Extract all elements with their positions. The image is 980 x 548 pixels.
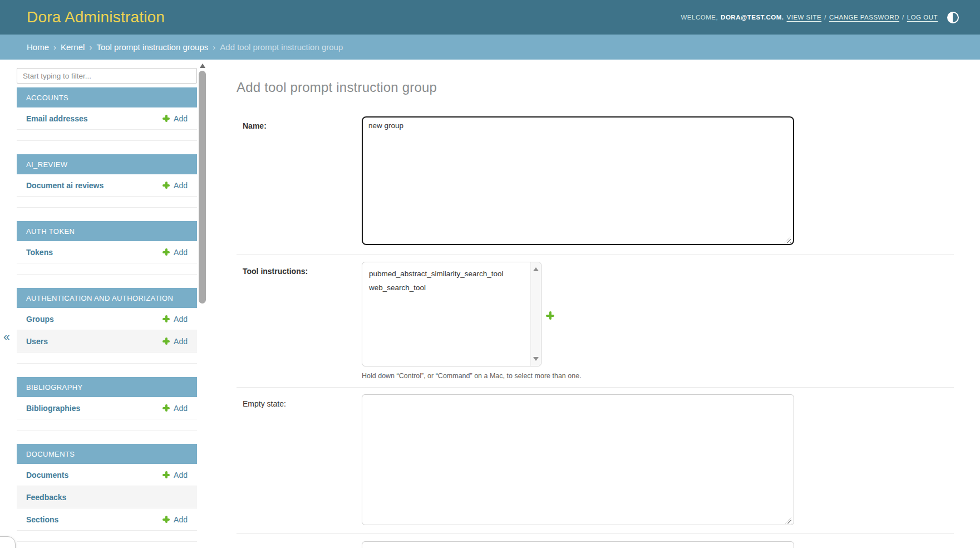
add-label: Add [174,248,188,257]
plus-icon [162,516,170,523]
select-option-pubmed-abstract-similarity-search-tool[interactable]: pubmed_abstract_similarity_search_tool [362,267,541,281]
sidebar-model-link[interactable]: Email addresses [26,114,88,123]
form-row-empty-state: Empty state: [237,388,954,534]
sidebar-item-sections: SectionsAdd [17,508,197,531]
plus-icon [162,315,170,322]
sidebar-module-footer [17,263,197,275]
scrollbar-thumb[interactable] [199,71,206,304]
add-label: Add [174,315,188,324]
add-label: Add [174,471,188,480]
plus-icon [162,115,170,122]
sidebar-model-link[interactable]: Users [26,337,48,346]
sidebar-item-tokens: TokensAdd [17,241,197,263]
sidebar-module-authentication-and-authorization: AUTHENTICATION AND AUTHORIZATIONGroupsAd… [17,288,197,364]
add-link[interactable]: Add [162,337,188,346]
sidebar-module-footer [17,130,197,141]
sidebar-scrollbar[interactable] [199,62,206,548]
add-label: Add [174,181,188,190]
separator: / [902,14,904,21]
empty-state-label-col: Empty state: [237,394,362,525]
tool-instructions-label: Tool instructions: [243,267,308,276]
change-password-link[interactable]: CHANGE PASSWORD [829,14,899,21]
sidebar-item-bibliographies: BibliographiesAdd [17,397,197,419]
plus-icon [162,337,170,345]
sidebar-model-link[interactable]: Document ai reviews [26,181,104,190]
view-site-link[interactable]: VIEW SITE [787,14,822,21]
sidebar-item-document-ai-reviews: Document ai reviewsAdd [17,174,197,197]
breadcrumb-home[interactable]: Home [27,42,49,52]
tool-instructions-select[interactable]: pubmed_abstract_similarity_search_toolwe… [362,262,541,366]
sidebar-item-users: UsersAdd [17,330,197,353]
name-textarea[interactable]: new group [362,116,794,245]
sidebar-model-link[interactable]: Feedbacks [26,493,66,502]
breadcrumb-kernel[interactable]: Kernel [61,42,85,52]
breadcrumb: Home › Kernel › Tool prompt instruction … [0,35,980,60]
add-link[interactable]: Add [162,315,188,324]
sidebar-module-accounts: ACCOUNTSEmail addressesAdd [17,87,197,141]
breadcrumb-separator: › [213,42,215,52]
sidebar-section-header: AUTH TOKEN [17,221,197,241]
page-title: Add tool prompt instruction group [237,80,954,95]
sidebar-model-link[interactable]: Tokens [26,248,53,257]
scroll-up-arrow-icon[interactable] [533,267,539,271]
add-link[interactable]: Add [162,404,188,413]
sidebar-module-auth-token: AUTH TOKENTokensAdd [17,221,197,275]
plus-icon [162,248,170,256]
breadcrumb-tool-prompt-instruction-groups[interactable]: Tool prompt instruction groups [96,42,208,52]
theme-toggle-icon[interactable] [947,12,959,23]
next-field-col [362,541,954,548]
sidebar-section-header: AI_REVIEW [17,154,197,174]
add-link[interactable]: Add [162,515,188,524]
username-text: DORA@TEST.COM. [721,14,784,21]
breadcrumb-separator: › [53,42,56,52]
sidebar-module-bibliography: BIBLIOGRAPHYBibliographiesAdd [17,377,197,430]
select-options: pubmed_abstract_similarity_search_toolwe… [362,262,541,295]
next-field-partial[interactable] [362,541,794,548]
name-field-col: new group [362,116,954,245]
welcome-text: WELCOME, [681,14,718,21]
main-content: Add tool prompt instruction group Name: … [237,60,954,548]
add-link[interactable]: Add [162,114,188,123]
add-label: Add [174,515,188,524]
site-brand-link[interactable]: Dora Administration [27,8,165,26]
add-related-button[interactable] [546,311,554,322]
sidebar-section-header: BIBLIOGRAPHY [17,377,197,397]
sidebar-module-documents: DOCUMENTSDocumentsAddFeedbacksSectionsAd… [17,444,197,542]
next-label-col [237,541,362,548]
add-label: Add [174,404,188,413]
corner-widget [0,536,16,548]
add-link[interactable]: Add [162,181,188,190]
add-label: Add [174,114,188,123]
user-tools: WELCOME, DORA@TEST.COM. VIEW SITE / CHAN… [681,12,959,23]
scroll-up-arrow-icon[interactable] [200,63,205,68]
sidebar-filter-input[interactable] [17,68,197,84]
empty-state-field-col [362,394,954,525]
empty-state-textarea[interactable] [362,394,794,525]
tool-instructions-label-col: Tool instructions: [237,262,362,380]
sidebar-module-footer [17,419,197,430]
sidebar-model-link[interactable]: Documents [26,471,68,480]
tool-instructions-field-col: pubmed_abstract_similarity_search_toolwe… [362,262,954,380]
app-header: Dora Administration WELCOME, DORA@TEST.C… [0,0,980,35]
select-scrollbar[interactable] [530,262,541,366]
sidebar-model-link[interactable]: Groups [26,315,54,324]
log-out-link[interactable]: LOG OUT [907,14,938,21]
name-label: Name: [243,121,267,130]
add-link[interactable]: Add [162,248,188,257]
add-link[interactable]: Add [162,471,188,480]
sidebar-module-ai-review: AI_REVIEWDocument ai reviewsAdd [17,154,197,208]
sidebar-modules: ACCOUNTSEmail addressesAddAI_REVIEWDocum… [17,87,197,542]
plus-icon [546,311,554,320]
separator: / [824,14,826,21]
sidebar-model-link[interactable]: Bibliographies [26,404,80,413]
sidebar-module-footer [17,353,197,364]
sidebar-collapse-toggle[interactable]: « [3,330,10,342]
sidebar-section-header: ACCOUNTS [17,87,197,107]
scroll-down-arrow-icon[interactable] [533,357,539,361]
form-row-next-partial [237,541,954,548]
name-label-col: Name: [237,116,362,245]
select-option-web-search-tool[interactable]: web_search_tool [362,281,541,295]
sidebar-item-email-addresses: Email addressesAdd [17,107,197,130]
sidebar-item-documents: DocumentsAdd [17,464,197,486]
sidebar-model-link[interactable]: Sections [26,515,58,524]
